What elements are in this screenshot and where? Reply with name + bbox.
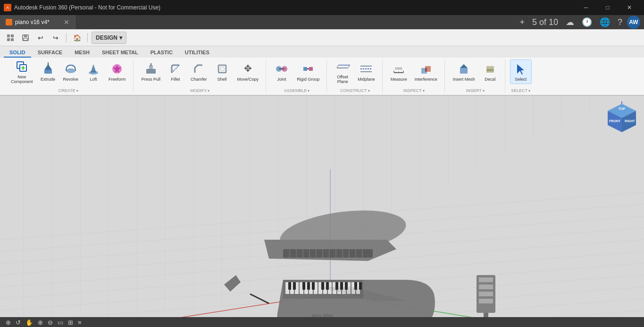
insert-mesh-icon [456, 61, 471, 76]
ribbon-group-select: Select SELECT ▾ [506, 59, 535, 93]
chamfer-button[interactable]: Chamfer [187, 59, 210, 84]
clock-icon: 🕐 [579, 16, 595, 28]
new-component-label: NewComponent [11, 75, 33, 84]
separator2 [87, 33, 88, 42]
modify-dropdown-arrow: ▾ [208, 89, 209, 93]
fillet-button[interactable]: Fillet [165, 59, 186, 84]
tab-plastic[interactable]: PLASTIC [145, 48, 178, 58]
interference-icon [418, 61, 434, 76]
redo-button[interactable]: ↪ [49, 31, 62, 44]
revolve-button[interactable]: Revolve [60, 59, 82, 84]
add-tab-button[interactable]: + [517, 17, 527, 28]
svg-rect-1 [11, 34, 14, 37]
create-group-label[interactable]: CREATE ▾ [8, 87, 129, 93]
ribbon-content: NewComponent Extrude [0, 58, 644, 95]
tab-solid[interactable]: SOLID [4, 48, 31, 58]
svg-rect-146 [479, 277, 493, 282]
user-avatar[interactable]: AW [627, 16, 640, 29]
loft-label: Loft [90, 77, 97, 82]
midplane-button[interactable]: Midplane [354, 59, 378, 84]
interference-button[interactable]: Interference [411, 59, 441, 84]
select-button[interactable]: Select [510, 59, 532, 84]
extrude-button[interactable]: Extrude [37, 59, 59, 84]
tab-sheet-metal[interactable]: SHEET METAL [96, 48, 144, 58]
workspace-selector[interactable]: DESIGN ▾ [92, 32, 126, 44]
measure-icon: mm [391, 61, 406, 76]
tab-utilities[interactable]: UTILITIES [179, 48, 215, 58]
svg-text:✥: ✥ [244, 63, 252, 74]
grid-button[interactable]: ⊞ [66, 319, 75, 326]
viewport[interactable]: Alex Wes [0, 96, 644, 317]
view-mode-button[interactable]: ▭ [56, 319, 65, 326]
page-count: 5 of 10 [529, 17, 561, 28]
svg-rect-149 [479, 299, 493, 303]
fillet-icon [168, 61, 183, 76]
create-group-items: NewComponent Extrude [8, 59, 129, 87]
select-group-items: Select [510, 59, 532, 87]
svg-text:TOP: TOP [619, 107, 626, 110]
help-icon[interactable]: ? [615, 17, 625, 28]
construct-group-label[interactable]: CONSTRUCT ▾ [332, 87, 378, 93]
tab-surface[interactable]: SURFACE [32, 48, 68, 58]
modify-group-label[interactable]: MODIFY ▾ [138, 87, 262, 93]
window-controls: ─ □ ✕ [575, 0, 640, 15]
snap-button[interactable]: ≡ [76, 319, 84, 326]
assemble-group-label[interactable]: ASSEMBLE ▾ [271, 87, 323, 93]
insert-mesh-label: Insert Mesh [453, 77, 475, 82]
save-button[interactable] [19, 31, 32, 44]
zoom-out-button[interactable]: ⊖ [46, 319, 55, 326]
decal-button[interactable]: IMG Decal [479, 59, 501, 84]
svg-rect-26 [303, 67, 307, 71]
tab-actions: + 5 of 10 ☁ 🕐 🌐 ? AW [517, 15, 644, 29]
nav-tool-button[interactable]: ⊕ [4, 319, 13, 326]
document-tab[interactable]: piano v16 v4* ✕ [0, 15, 75, 29]
assemble-group-items: Joint Rigid Group [271, 59, 323, 87]
move-button[interactable]: ✥ Move/Copy [234, 59, 262, 84]
loft-icon [86, 61, 101, 76]
undo-button[interactable]: ↩ [34, 31, 47, 44]
chamfer-label: Chamfer [191, 77, 207, 82]
shell-icon [215, 61, 230, 76]
rigid-group-button[interactable]: Rigid Group [293, 59, 323, 84]
svg-point-14 [66, 68, 75, 73]
svg-text:IMG: IMG [486, 68, 493, 72]
rigid-group-label: Rigid Group [297, 77, 319, 82]
measure-button[interactable]: mm Measure [387, 59, 410, 84]
ribbon-group-insert: Insert Mesh IMG Decal INSERT ▾ [446, 59, 505, 93]
new-component-button[interactable]: NewComponent [8, 59, 36, 84]
svg-rect-94 [283, 249, 373, 258]
tab-mesh[interactable]: MESH [69, 48, 95, 58]
pan-tool-button[interactable]: ✋ [24, 319, 35, 326]
shell-button[interactable]: Shell [211, 59, 233, 84]
workspace-label: DESIGN [96, 34, 117, 41]
svg-rect-29 [337, 67, 348, 68]
select-group-label[interactable]: SELECT ▾ [510, 87, 532, 93]
view-gizmo[interactable]: TOP RIGHT FRONT Z [605, 101, 638, 134]
press-pull-button[interactable]: Press Pull [138, 59, 164, 84]
tab-label: piano v16 v4* [15, 19, 50, 25]
joint-label: Joint [277, 77, 286, 82]
loft-button[interactable]: Loft [83, 59, 104, 84]
svg-rect-148 [479, 292, 493, 296]
tab-close-button[interactable]: ✕ [64, 18, 69, 26]
close-button[interactable]: ✕ [619, 0, 640, 15]
home-button[interactable]: 🏠 [70, 31, 84, 44]
inspect-group-label[interactable]: INSPECT ▾ [387, 87, 441, 93]
zoom-in-button[interactable]: ⊕ [36, 319, 45, 326]
svg-rect-18 [146, 69, 156, 74]
maximize-button[interactable]: □ [597, 0, 619, 15]
offset-plane-label: OffsetPlane [337, 75, 348, 84]
freeform-button[interactable]: Freeform [105, 59, 129, 84]
joint-button[interactable]: Joint [271, 59, 293, 84]
grid-menu-button[interactable] [4, 31, 17, 44]
svg-rect-134 [359, 282, 362, 290]
svg-rect-125 [302, 282, 305, 290]
press-pull-label: Press Pull [142, 77, 161, 82]
fit-tool-button[interactable]: ↺ [14, 319, 23, 326]
svg-text:mm: mm [395, 66, 402, 71]
offset-plane-button[interactable]: OffsetPlane [332, 59, 353, 84]
minimize-button[interactable]: ─ [575, 0, 597, 15]
grid-canvas: Alex Wes [0, 96, 644, 317]
insert-mesh-button[interactable]: Insert Mesh [450, 59, 478, 84]
insert-group-label[interactable]: INSERT ▾ [450, 87, 501, 93]
